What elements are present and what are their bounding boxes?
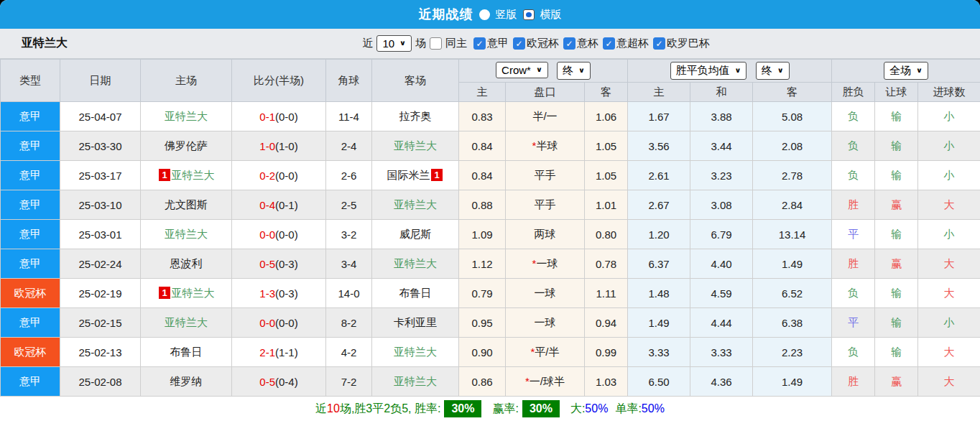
home-team-cell: 1亚特兰大 [141,279,232,308]
odds-away-value: 0.80 [585,220,628,249]
score-cell: 1-0(1-0) [232,131,326,161]
col-score: 比分(半场) [232,60,326,102]
halftime-score: (0-3) [275,258,298,270]
avg-away-value: 2.84 [753,190,832,220]
away-team-cell: 国际米兰1 [372,161,459,190]
avg-time-select[interactable]: 终∨ [756,62,790,80]
games-label: 场 [415,37,426,50]
corners-cell: 2-6 [326,161,372,190]
halftime-score: (1-1) [275,346,298,358]
away-team-cell: 亚特兰大 [372,249,459,279]
chevron-down-icon: ∨ [578,67,585,75]
home-team-name[interactable]: 亚特兰大 [172,287,215,299]
same-home-checkbox[interactable] [430,37,442,50]
avg-home-value: 2.61 [628,161,690,190]
home-team-name[interactable]: 布鲁日 [170,346,203,358]
league-checkbox[interactable]: ✓ [603,37,615,50]
match-date: 25-02-13 [60,338,141,367]
horizontal-layout-label[interactable]: 横版 [540,8,562,22]
league-checkbox[interactable]: ✓ [513,37,525,50]
same-home-label[interactable]: 同主 [445,37,467,50]
goals-result: 小 [918,161,980,190]
fulltime-score: 0-0 [259,317,275,329]
league-checkbox[interactable]: ✓ [653,37,665,50]
wdl-result: 平 [832,308,875,338]
score-cell: 0-5(0-3) [232,249,326,279]
team-name: 亚特兰大 [22,36,68,51]
result-group-header: 全场∨ [832,60,980,83]
table-row: 意甲 25-03-17 1亚特兰大 0-2(0-0) 2-6 国际米兰1 0.8… [1,161,980,190]
away-team-name[interactable]: 亚特兰大 [394,375,437,387]
halftime-score: (0-0) [275,111,298,123]
league-label[interactable]: 意超杯 [616,37,649,50]
period-select[interactable]: 全场∨ [884,62,928,80]
avg-type-select[interactable]: 胜平负均值∨ [670,62,747,80]
away-team-cell: 亚特兰大 [372,367,459,397]
avg-time-value: 终 [762,64,772,78]
match-date: 25-02-15 [60,308,141,338]
odds-time-select[interactable]: 终∨ [557,62,591,80]
home-team-name[interactable]: 亚特兰大 [172,169,215,181]
home-team-name[interactable]: 尤文图斯 [165,198,208,210]
odds-company-select[interactable]: Crow*∨ [496,62,548,78]
odds-home-value: 0.88 [459,190,506,220]
home-team-cell: 亚特兰大 [141,220,232,249]
match-date: 25-03-10 [60,190,141,220]
corners-cell: 8-2 [326,308,372,338]
league-label[interactable]: 意杯 [577,37,598,50]
odds-away-value: 0.99 [585,338,628,367]
league-checkbox[interactable]: ✓ [563,37,575,50]
home-team-name[interactable]: 佛罗伦萨 [165,139,208,152]
results-table: 类型 日期 主场 比分(半场) 角球 客场 Crow*∨ 终∨ 胜平负均值∨ 终… [0,59,980,397]
away-team-name[interactable]: 国际米兰 [387,169,430,181]
filter-controls: 近 10 ∨ 场 同主 ✓意甲✓欧冠杯✓意杯✓意超杯✓欧罗巴杯 [362,35,710,52]
league-badge: 意甲 [1,249,60,279]
league-filters: ✓意甲✓欧冠杯✓意杯✓意超杯✓欧罗巴杯 [471,37,710,50]
home-team-cell: 维罗纳 [141,367,232,397]
odds-home-value: 0.90 [459,338,506,367]
league-label[interactable]: 欧冠杯 [527,37,559,50]
away-team-name[interactable]: 亚特兰大 [394,198,437,210]
league-label[interactable]: 欧罗巴杯 [667,37,710,50]
away-team-name[interactable]: 拉齐奥 [399,110,432,122]
win-rate-badge: 30% [444,400,481,417]
wdl-result: 负 [832,338,875,367]
vertical-layout-radio[interactable] [479,9,490,20]
handicap-result: 输 [875,161,918,190]
home-team-name[interactable]: 恩波利 [170,257,203,269]
match-count-select[interactable]: 10 ∨ [376,35,412,52]
away-team-name[interactable]: 亚特兰大 [394,139,437,152]
odds-away-value: 1.11 [585,279,628,308]
corners-cell: 7-2 [326,367,372,397]
col-goals-result: 进球数 [918,83,980,102]
away-team-name[interactable]: 威尼斯 [399,228,432,240]
away-team-name[interactable]: 亚特兰大 [394,257,437,269]
col-avg-home: 主 [628,83,690,102]
home-team-name[interactable]: 亚特兰大 [165,228,208,240]
vertical-layout-label[interactable]: 竖版 [496,8,517,22]
table-row: 欧冠杯 25-02-13 布鲁日 2-1(1-1) 4-2 亚特兰大 0.90 … [1,338,980,367]
handicap-cell: 平手 [506,190,585,220]
wdl-result: 平 [832,220,875,249]
odds-company-value: Crow* [501,64,531,76]
home-team-name[interactable]: 维罗纳 [170,375,203,387]
away-team-cell: 亚特兰大 [372,190,459,220]
col-corners: 角球 [326,60,372,102]
away-team-name[interactable]: 卡利亚里 [394,316,437,328]
profit-rate-badge: 30% [522,400,560,417]
avg-home-value: 6.50 [628,367,690,397]
away-team-name[interactable]: 亚特兰大 [394,346,437,358]
league-label[interactable]: 意甲 [487,37,509,50]
handicap-result: 输 [875,308,918,338]
handicap-text: 一球 [536,257,558,269]
away-team-name[interactable]: 布鲁日 [399,287,432,299]
score-cell: 0-4(0-1) [232,190,326,220]
horizontal-layout-radio[interactable] [523,9,535,20]
league-checkbox[interactable]: ✓ [473,37,486,50]
home-team-name[interactable]: 亚特兰大 [165,110,208,122]
score-cell: 0-2(0-0) [232,161,326,190]
odds-group-header: Crow*∨ 终∨ [459,60,628,83]
halftime-score: (0-3) [275,287,298,300]
match-date: 25-02-24 [60,249,141,279]
home-team-name[interactable]: 亚特兰大 [165,316,208,328]
